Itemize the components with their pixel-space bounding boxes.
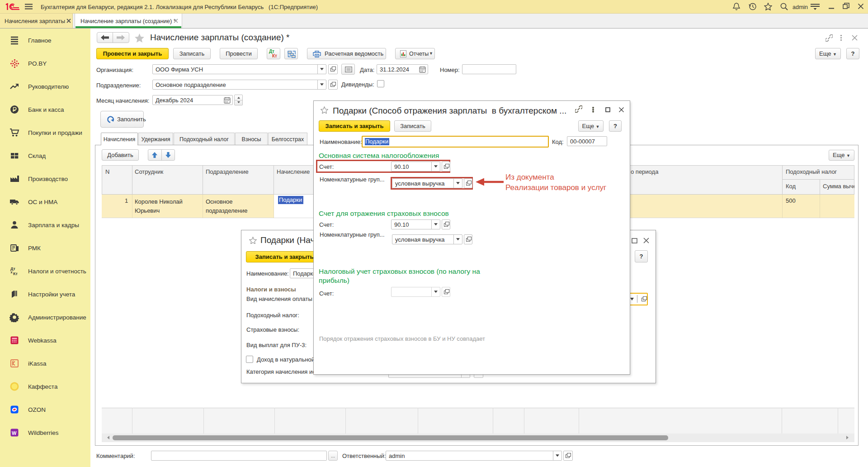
svg-text:Кт: Кт (13, 272, 18, 276)
svg-text:W: W (12, 430, 17, 436)
svg-text:Дт: Дт (10, 267, 15, 271)
